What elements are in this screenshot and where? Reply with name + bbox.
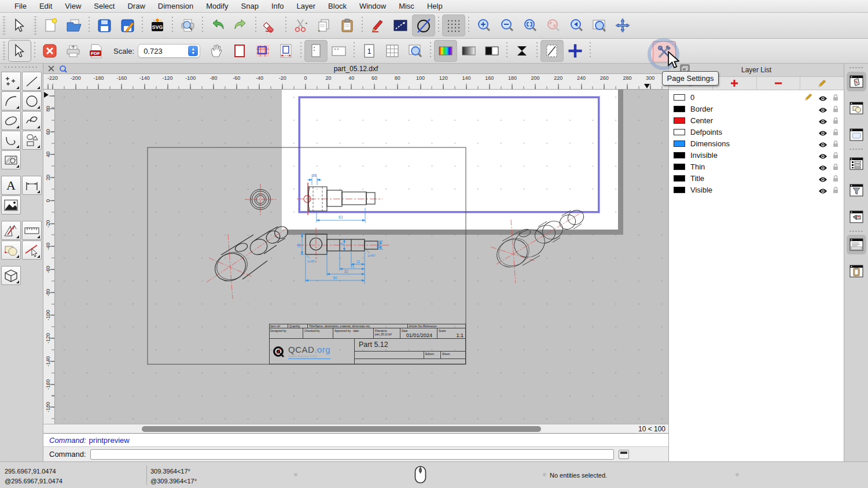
isometric-tools-button[interactable] xyxy=(1,266,21,285)
edit-layer-button[interactable] xyxy=(800,77,844,90)
dimension-tools-button[interactable] xyxy=(22,176,42,195)
text-tool-button[interactable]: A xyxy=(1,176,21,195)
block-tools-button[interactable] xyxy=(1,241,21,260)
multiple-pages-button[interactable] xyxy=(381,40,404,62)
layer-row[interactable]: Thin xyxy=(669,161,844,172)
layer-row[interactable]: Center xyxy=(669,114,844,126)
arc-tools-button[interactable] xyxy=(1,91,21,110)
previous-view-button[interactable] xyxy=(565,14,588,36)
line-tools-button[interactable] xyxy=(22,72,42,91)
layer-lock-icon[interactable] xyxy=(832,116,839,127)
drawing-canvas-area[interactable]: Ø8 61 xyxy=(55,90,668,424)
fit-to-page-button[interactable] xyxy=(274,40,297,62)
print-button[interactable] xyxy=(61,40,84,62)
layer-edit-pencil-icon[interactable] xyxy=(804,93,812,103)
layer-row[interactable]: Visible xyxy=(669,184,844,195)
zoom-window-button[interactable] xyxy=(588,14,611,36)
copy-button[interactable]: + xyxy=(312,14,336,36)
layer-lock-icon[interactable] xyxy=(832,162,839,173)
pdf-export-button[interactable]: PDF xyxy=(84,40,108,62)
layer-lock-icon[interactable] xyxy=(832,151,839,161)
layer-color-swatch[interactable] xyxy=(674,152,685,158)
snap-tools-button[interactable] xyxy=(22,241,42,260)
cut-button[interactable]: + xyxy=(289,14,312,36)
layer-lock-icon[interactable] xyxy=(832,139,839,150)
toolbar-drag-handle[interactable] xyxy=(2,16,6,35)
zoom-out-button[interactable] xyxy=(495,14,518,36)
layer-row[interactable]: Defpoints xyxy=(669,126,844,138)
distance-tool-button[interactable] xyxy=(389,14,412,36)
image-tool-button[interactable] xyxy=(1,195,21,215)
single-page-button[interactable]: 1 xyxy=(358,40,381,62)
pan-page-button[interactable] xyxy=(205,40,228,62)
hatch-tools-button[interactable] xyxy=(1,150,21,169)
toolbar-drag-handle[interactable] xyxy=(2,42,6,60)
zoom-in-button[interactable] xyxy=(472,14,495,36)
ellipse-tools-button[interactable] xyxy=(1,111,21,130)
auto-zoom-button[interactable] xyxy=(518,14,542,36)
panel-drag-handle[interactable] xyxy=(3,65,38,69)
menu-view[interactable]: View xyxy=(58,2,87,10)
layer-color-swatch[interactable] xyxy=(674,141,685,147)
command-line-dock-button[interactable] xyxy=(847,235,866,254)
save-as-button[interactable] xyxy=(116,14,139,36)
zoom-to-page-button[interactable] xyxy=(404,40,427,62)
shape-tools-button[interactable] xyxy=(22,131,42,150)
horizontal-scrollbar[interactable]: 10 < 100 xyxy=(43,424,668,433)
measure-tools-button[interactable] xyxy=(22,221,42,240)
layer-row[interactable]: 0 xyxy=(669,91,844,103)
layer-color-swatch[interactable] xyxy=(674,117,685,124)
landscape-orientation-button[interactable] xyxy=(328,40,351,62)
selection-filter-dock-button[interactable] xyxy=(847,180,866,200)
menu-help[interactable]: Help xyxy=(421,2,449,10)
open-file-button[interactable] xyxy=(62,14,86,36)
property-editor-dock-button[interactable] xyxy=(847,125,866,145)
scrollbar-thumb[interactable] xyxy=(142,426,541,432)
grayscale-mode-button[interactable] xyxy=(457,40,480,62)
layer-lock-icon[interactable] xyxy=(832,93,839,103)
layer-color-swatch[interactable] xyxy=(674,175,685,182)
layer-lock-icon[interactable] xyxy=(832,105,839,115)
add-layer-button[interactable] xyxy=(713,77,757,90)
layer-lock-icon[interactable] xyxy=(832,174,839,184)
delete-button[interactable] xyxy=(259,14,282,36)
pan-button[interactable] xyxy=(611,14,634,36)
menu-file[interactable]: File xyxy=(8,2,33,10)
menu-edit[interactable]: Edit xyxy=(33,2,58,10)
preview-pointer-button[interactable] xyxy=(8,40,31,62)
layer-visibility-eye-icon[interactable] xyxy=(818,186,827,197)
undo-button[interactable] xyxy=(206,14,229,36)
layer-color-swatch[interactable] xyxy=(674,129,685,135)
full-color-mode-button[interactable] xyxy=(434,40,457,62)
grid-toggle-button[interactable] xyxy=(442,14,465,36)
svg-export-button[interactable]: SVG xyxy=(146,14,169,36)
stepper-icon[interactable]: ▲▼ xyxy=(188,46,198,56)
modify-tools-button[interactable] xyxy=(1,221,21,240)
circle-tools-button[interactable] xyxy=(22,91,42,110)
menu-block[interactable]: Block xyxy=(322,2,353,10)
layer-color-swatch[interactable] xyxy=(674,94,685,101)
draft-mode-button[interactable] xyxy=(540,40,564,62)
menu-snap[interactable]: Snap xyxy=(235,2,265,10)
layer-row[interactable]: Dimensions xyxy=(669,138,844,149)
remove-layer-button[interactable] xyxy=(757,77,801,90)
menu-select[interactable]: Select xyxy=(87,2,121,10)
menu-draw[interactable]: Draw xyxy=(121,2,151,10)
layer-color-swatch[interactable] xyxy=(674,187,685,193)
block-list-dock-button[interactable] xyxy=(847,98,866,118)
layer-list-dock-button[interactable] xyxy=(847,72,866,91)
menu-dimension[interactable]: Dimension xyxy=(152,2,200,10)
layer-row[interactable]: Border xyxy=(669,103,844,114)
command-input[interactable] xyxy=(90,449,614,460)
layer-row[interactable]: Invisible xyxy=(669,149,844,161)
show-paper-borders-button[interactable] xyxy=(228,40,251,62)
command-popout-icon[interactable] xyxy=(619,450,629,459)
close-preview-button[interactable] xyxy=(38,40,61,62)
redo-button[interactable] xyxy=(229,14,252,36)
layer-lock-icon[interactable] xyxy=(832,186,839,196)
command-options-dock-button[interactable] xyxy=(847,207,866,227)
point-tools-button[interactable] xyxy=(1,72,21,91)
menu-info[interactable]: Info xyxy=(265,2,290,10)
crosshair-button[interactable] xyxy=(564,40,587,62)
spline-tools-button[interactable] xyxy=(22,111,42,130)
